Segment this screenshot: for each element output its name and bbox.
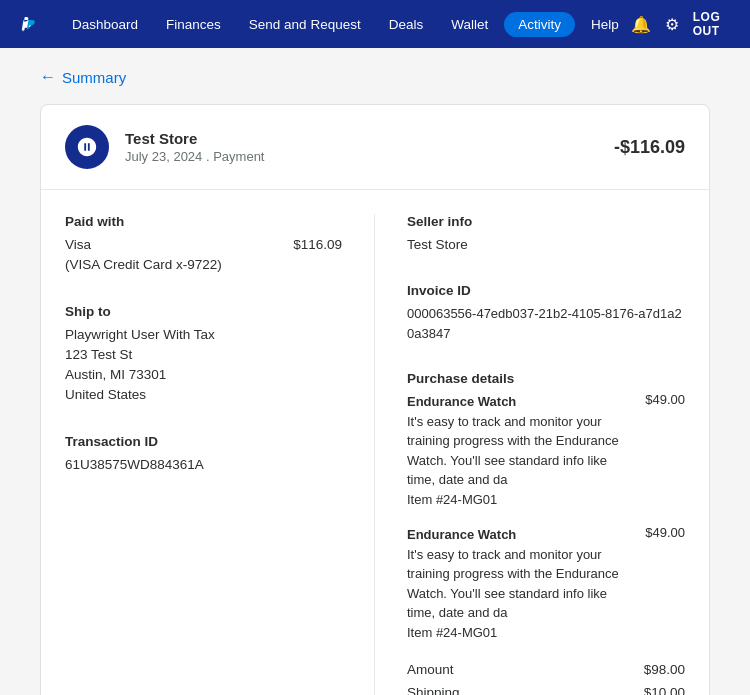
nav-send-request[interactable]: Send and Request bbox=[237, 11, 373, 38]
purchase-item-1: Endurance Watch It's easy to track and m… bbox=[407, 392, 685, 509]
item-1-price: $49.00 bbox=[645, 392, 685, 509]
shipping-value: $10.00 bbox=[644, 685, 685, 695]
payment-method: Visa bbox=[65, 237, 91, 252]
transaction-id-value: 61U38575WD884361A bbox=[65, 455, 342, 475]
amount-label: Amount bbox=[407, 662, 454, 677]
transaction-info: Test Store July 23, 2024 . Payment bbox=[125, 130, 614, 164]
paid-with-label: Paid with bbox=[65, 214, 342, 229]
item-2-price: $49.00 bbox=[645, 525, 685, 642]
bell-icon[interactable]: 🔔 bbox=[631, 15, 651, 34]
seller-info-section: Seller info Test Store bbox=[407, 214, 685, 255]
transaction-date: July 23, 2024 . Payment bbox=[125, 149, 614, 164]
purchase-item-2: Endurance Watch It's easy to track and m… bbox=[407, 525, 685, 642]
purchase-details-section: Purchase details Endurance Watch It's ea… bbox=[407, 371, 685, 695]
page-content: ← Summary Test Store July 23, 2024 . Pay… bbox=[0, 48, 750, 695]
details-grid: Paid with Visa (VISA Credit Card x-9722)… bbox=[41, 190, 709, 695]
nav-links: Dashboard Finances Send and Request Deal… bbox=[60, 11, 631, 38]
logout-button[interactable]: LOG OUT bbox=[693, 10, 734, 38]
store-icon bbox=[65, 125, 109, 169]
ship-to-address2: Austin, MI 73301 bbox=[65, 365, 342, 385]
nav-deals[interactable]: Deals bbox=[377, 11, 436, 38]
details-right: Seller info Test Store Invoice ID 000063… bbox=[375, 214, 685, 695]
item-1-description: It's easy to track and monitor your trai… bbox=[407, 414, 619, 488]
nav-help[interactable]: Help bbox=[579, 11, 631, 38]
back-arrow-icon: ← bbox=[40, 68, 56, 86]
amount-row: Amount $98.00 bbox=[407, 658, 685, 681]
transaction-id-label: Transaction ID bbox=[65, 434, 342, 449]
item-1-number: Item #24-MG01 bbox=[407, 492, 497, 507]
shipping-row: Shipping $10.00 bbox=[407, 681, 685, 695]
ship-to-label: Ship to bbox=[65, 304, 342, 319]
nav-wallet[interactable]: Wallet bbox=[439, 11, 500, 38]
item-2-number: Item #24-MG01 bbox=[407, 625, 497, 640]
paypal-logo bbox=[16, 12, 40, 36]
invoice-section: Invoice ID 000063556-47edb037-21b2-4105-… bbox=[407, 283, 685, 343]
invoice-id-value: 000063556-47edb037-21b2-4105-8176-a7d1a2… bbox=[407, 304, 685, 343]
nav-finances[interactable]: Finances bbox=[154, 11, 233, 38]
invoice-label: Invoice ID bbox=[407, 283, 685, 298]
paid-with-method: Visa (VISA Credit Card x-9722) bbox=[65, 235, 222, 276]
ship-to-address1: 123 Test St bbox=[65, 345, 342, 365]
merchant-name: Test Store bbox=[125, 130, 614, 147]
paid-with-section: Paid with Visa (VISA Credit Card x-9722)… bbox=[65, 214, 342, 276]
item-2-name: Endurance Watch bbox=[407, 527, 516, 542]
item-2-desc: Endurance Watch It's easy to track and m… bbox=[407, 525, 645, 642]
item-1-name: Endurance Watch bbox=[407, 394, 516, 409]
seller-info-label: Seller info bbox=[407, 214, 685, 229]
gear-icon[interactable]: ⚙ bbox=[665, 15, 679, 34]
transaction-amount: -$116.09 bbox=[614, 137, 685, 158]
ship-to-section: Ship to Playwright User With Tax 123 Tes… bbox=[65, 304, 342, 406]
nav-dashboard[interactable]: Dashboard bbox=[60, 11, 150, 38]
item-2-description: It's easy to track and monitor your trai… bbox=[407, 547, 619, 621]
purchase-details-label: Purchase details bbox=[407, 371, 685, 386]
transaction-header: Test Store July 23, 2024 . Payment -$116… bbox=[41, 105, 709, 190]
amount-value: $98.00 bbox=[644, 662, 685, 677]
paid-with-amount: $116.09 bbox=[293, 235, 342, 255]
nav-activity[interactable]: Activity bbox=[504, 12, 575, 37]
ship-to-address3: United States bbox=[65, 385, 342, 405]
payment-detail: (VISA Credit Card x-9722) bbox=[65, 257, 222, 272]
ship-to-name: Playwright User With Tax bbox=[65, 325, 342, 345]
details-left: Paid with Visa (VISA Credit Card x-9722)… bbox=[65, 214, 375, 695]
nav-right: 🔔 ⚙ LOG OUT bbox=[631, 10, 734, 38]
transaction-card: Test Store July 23, 2024 . Payment -$116… bbox=[40, 104, 710, 695]
item-1-desc: Endurance Watch It's easy to track and m… bbox=[407, 392, 645, 509]
transaction-id-section: Transaction ID 61U38575WD884361A bbox=[65, 434, 342, 475]
back-label: Summary bbox=[62, 69, 126, 86]
seller-name: Test Store bbox=[407, 235, 685, 255]
back-link[interactable]: ← Summary bbox=[40, 68, 710, 86]
navbar: Dashboard Finances Send and Request Deal… bbox=[0, 0, 750, 48]
shipping-label: Shipping bbox=[407, 685, 460, 695]
